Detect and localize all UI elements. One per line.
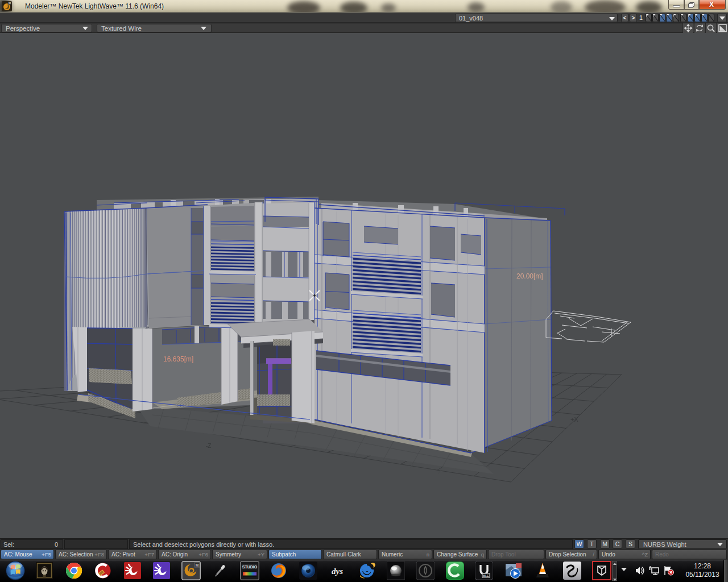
svg-text:BLE: BLE	[483, 574, 489, 577]
svg-text:STUDIO: STUDIO	[242, 565, 258, 569]
svg-text:dys: dys	[332, 567, 343, 576]
svg-text:M: M	[196, 563, 198, 567]
svg-text:M: M	[9, 2, 11, 5]
svg-text:+X: +X	[570, 416, 578, 423]
svg-text:16.635[m]: 16.635[m]	[163, 355, 193, 363]
svg-text:20.00[m]: 20.00[m]	[516, 272, 543, 280]
svg-text:-Z: -Z	[206, 443, 211, 449]
